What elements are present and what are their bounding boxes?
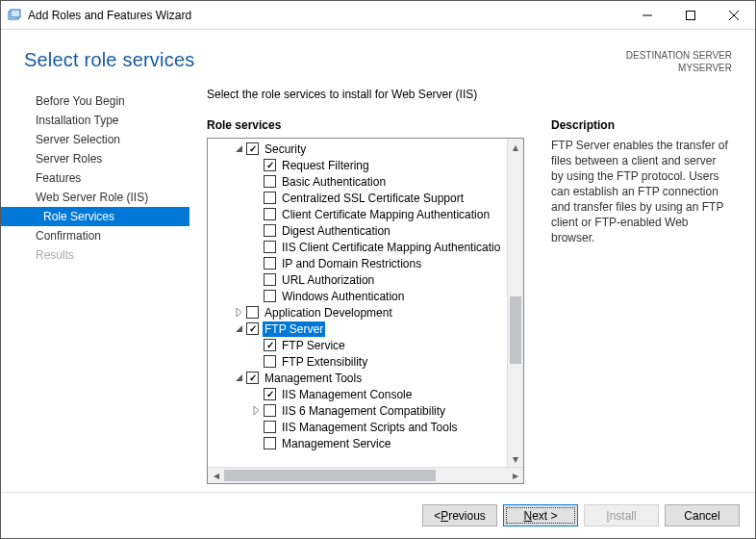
checkbox[interactable] [264, 224, 276, 237]
tree-label[interactable]: Centralized SSL Certificate Support [280, 191, 466, 206]
tree-row[interactable]: IP and Domain Restrictions [214, 255, 523, 271]
tree-label[interactable]: FTP Extensibility [280, 354, 369, 370]
checkbox[interactable] [264, 175, 276, 188]
nav-item-server-selection[interactable]: Server Selection [1, 130, 189, 149]
hscroll-track[interactable] [224, 468, 507, 483]
description-column: Description FTP Server enables the trans… [551, 118, 730, 484]
tree-row[interactable]: Management Tools [214, 370, 523, 386]
collapse-icon[interactable] [233, 142, 245, 155]
nav-item-installation-type[interactable]: Installation Type [1, 111, 189, 130]
cancel-button[interactable]: Cancel [665, 504, 740, 526]
tree-row[interactable]: IIS 6 Management Compatibility [214, 402, 523, 419]
titlebar[interactable]: Add Roles and Features Wizard [1, 1, 755, 30]
tree-scroll-area[interactable]: SecurityRequest FilteringBasic Authentic… [208, 139, 523, 467]
checkbox[interactable] [264, 159, 276, 171]
collapse-icon[interactable] [233, 322, 245, 335]
next-button[interactable]: Next > [503, 504, 578, 526]
tree-row[interactable]: IIS Client Certificate Mapping Authentic… [214, 239, 523, 255]
checkbox[interactable] [264, 421, 276, 433]
tree-row[interactable]: URL Authorization [214, 271, 523, 288]
expand-icon[interactable] [233, 306, 245, 319]
tree-row[interactable]: Request Filtering [214, 157, 523, 173]
close-button[interactable] [712, 1, 755, 29]
roles-tree: SecurityRequest FilteringBasic Authentic… [208, 139, 523, 453]
body: Before You BeginInstallation TypeServer … [1, 84, 755, 492]
checkbox[interactable] [246, 372, 259, 384]
svg-rect-3 [686, 11, 694, 19]
tree-label[interactable]: Basic Authentication [280, 174, 388, 190]
tree-row[interactable]: Digest Authentication [214, 222, 523, 239]
main-content: Select the role services to install for … [189, 84, 755, 492]
tree-label[interactable]: URL Authorization [280, 272, 376, 288]
tree-label[interactable]: IP and Domain Restrictions [280, 256, 423, 271]
tree-label[interactable]: Management Tools [263, 371, 364, 386]
tree-row[interactable]: Security [214, 141, 523, 157]
tree-label[interactable]: Application Development [263, 305, 394, 321]
expander-placeholder [250, 159, 263, 171]
tree-label[interactable]: Request Filtering [280, 158, 371, 173]
scroll-up-icon[interactable]: ▴ [508, 139, 523, 155]
checkbox[interactable] [264, 273, 276, 286]
window-controls [625, 1, 755, 29]
minimize-button[interactable] [625, 1, 668, 29]
nav-item-features[interactable]: Features [1, 168, 189, 188]
vertical-scrollbar[interactable]: ▴ ▾ [507, 139, 523, 467]
tree-row[interactable]: FTP Service [214, 337, 523, 353]
vscroll-thumb[interactable] [510, 296, 521, 364]
checkbox[interactable] [264, 339, 276, 351]
nav-item-confirmation[interactable]: Confirmation [1, 226, 189, 245]
hscroll-thumb[interactable] [224, 470, 436, 481]
tree-label[interactable]: IIS Management Scripts and Tools [280, 420, 460, 435]
tree-row[interactable]: FTP Server [214, 321, 523, 337]
checkbox[interactable] [264, 437, 276, 449]
nav-item-before-you-begin[interactable]: Before You Begin [1, 91, 189, 111]
checkbox[interactable] [246, 306, 259, 319]
checkbox[interactable] [246, 142, 259, 155]
roles-tree-box: SecurityRequest FilteringBasic Authentic… [207, 138, 524, 484]
checkbox[interactable] [264, 208, 276, 220]
tree-row[interactable]: Centralized SSL Certificate Support [214, 190, 523, 206]
tree-row[interactable]: FTP Extensibility [214, 353, 523, 370]
tree-label[interactable]: Client Certificate Mapping Authenticatio… [280, 207, 491, 222]
tree-row[interactable]: Basic Authentication [214, 173, 523, 190]
checkbox[interactable] [264, 257, 276, 270]
tree-row[interactable]: Client Certificate Mapping Authenticatio… [214, 206, 523, 222]
checkbox[interactable] [264, 241, 276, 253]
nav-item-server-roles[interactable]: Server Roles [1, 149, 189, 168]
tree-row[interactable]: IIS Management Console [214, 386, 523, 402]
previous-rest: revious [448, 509, 486, 523]
checkbox[interactable] [246, 322, 259, 335]
tree-label[interactable]: IIS Management Console [280, 387, 414, 402]
tree-row[interactable]: Application Development [214, 304, 523, 321]
maximize-button[interactable] [668, 1, 712, 29]
tree-label[interactable]: Windows Authentication [280, 289, 406, 304]
tree-row[interactable]: Management Service [214, 435, 523, 451]
tree-label[interactable]: IIS 6 Management Compatibility [280, 403, 447, 419]
previous-button[interactable]: < Previous [422, 504, 497, 526]
expand-icon[interactable] [250, 404, 263, 417]
tree-label[interactable]: Digest Authentication [280, 223, 392, 239]
horizontal-scrollbar[interactable]: ◂ ▸ [208, 467, 523, 483]
tree-label[interactable]: Management Service [280, 436, 392, 451]
nav-item-role-services[interactable]: Role Services [1, 207, 189, 226]
tree-label[interactable]: Security [263, 141, 308, 157]
scroll-left-icon[interactable]: ◂ [208, 468, 224, 484]
scroll-right-icon[interactable]: ▸ [507, 468, 523, 484]
tree-row[interactable]: IIS Management Scripts and Tools [214, 419, 523, 435]
page-heading: Select role services [24, 49, 626, 71]
checkbox[interactable] [264, 355, 276, 368]
scroll-down-icon[interactable]: ▾ [508, 450, 523, 467]
tree-label[interactable]: IIS Client Certificate Mapping Authentic… [280, 240, 502, 255]
checkbox[interactable] [264, 192, 276, 204]
tree-label[interactable]: FTP Server [263, 321, 325, 337]
collapse-icon[interactable] [233, 372, 245, 384]
nav-item-results: Results [1, 245, 189, 265]
expander-placeholder [250, 224, 263, 237]
install-rest: nstall [610, 509, 637, 523]
checkbox[interactable] [264, 290, 276, 302]
tree-label[interactable]: FTP Service [280, 338, 347, 353]
checkbox[interactable] [264, 388, 276, 400]
tree-row[interactable]: Windows Authentication [214, 288, 523, 304]
nav-item-web-server-role-iis-[interactable]: Web Server Role (IIS) [1, 188, 189, 207]
checkbox[interactable] [264, 404, 276, 417]
